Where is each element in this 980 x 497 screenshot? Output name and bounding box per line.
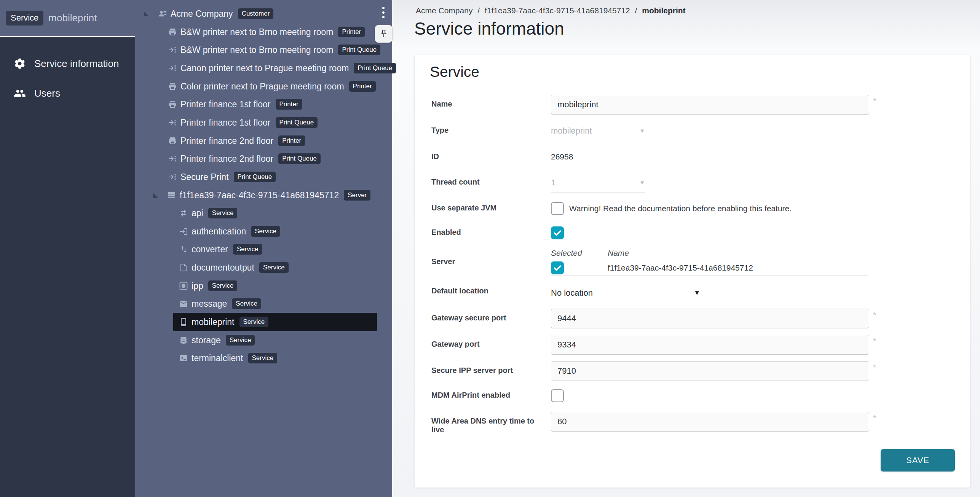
default-location-select[interactable]: No location ▼ (551, 283, 700, 303)
secure-ipp-server-port-label: Secure IPP server port (431, 366, 546, 375)
use-separate-jvm-label: Use separate JVM (431, 204, 546, 212)
breadcrumb-item[interactable]: f1f1ea39-7aac-4f3c-9715-41a681945712 (485, 6, 630, 15)
mdm-airprint-checkbox[interactable] (551, 389, 564, 402)
name-input[interactable] (551, 95, 869, 115)
thread-count-label: Thread count (431, 178, 546, 186)
type-label: Type (431, 126, 546, 135)
tree-node-type-badge: Print Queue (354, 63, 396, 73)
wide-area-dns-ttl-input[interactable] (551, 412, 869, 432)
tree-node[interactable]: Printer finance 2nd floorPrint Queue (168, 150, 321, 168)
main-content: Acme Company / f1f1ea39-7aac-4f3c-9715-4… (392, 0, 980, 497)
required-marker: * (873, 363, 876, 373)
server-row-divider (551, 275, 868, 276)
tree-node-type-badge: Printer (349, 81, 376, 92)
use-separate-jvm-checkbox[interactable] (551, 202, 564, 215)
tree-node-type-badge: Printer (278, 135, 305, 146)
printer-icon (168, 82, 177, 91)
tree-expander-icon[interactable] (153, 193, 158, 198)
gateway-port-label: Gateway port (431, 340, 546, 349)
tree-node-type-badge: Print Queue (278, 153, 321, 164)
id-value: 26958 (551, 152, 573, 161)
tree-expander-icon[interactable] (144, 11, 149, 16)
server-row-name: f1f1ea39-7aac-4f3c-9715-41a681945712 (608, 263, 753, 272)
enabled-label: Enabled (431, 228, 546, 237)
tree-node-label: storage (192, 335, 221, 346)
required-marker: * (873, 310, 876, 320)
more-menu-button[interactable] (381, 5, 386, 20)
tree-node-type-badge: Printer (338, 27, 365, 37)
ipp-printer-icon (179, 281, 188, 290)
server-icon (167, 191, 176, 200)
tree-node[interactable]: f1f1ea39-7aac-4f3c-9715-41a681945712Serv… (153, 186, 370, 204)
tree-node-type-badge: Service (232, 298, 261, 309)
server-col-name: Name (608, 248, 629, 258)
sidebar: Service mobileprint Service information … (0, 0, 135, 497)
tree-node[interactable]: storageService (173, 331, 260, 349)
tree-node-type-badge: Service (259, 262, 289, 273)
tree-node[interactable]: converterService (173, 240, 268, 258)
print-queue-icon (168, 154, 177, 163)
server-row-checkbox[interactable] (551, 261, 564, 274)
tree-node-label: Secure Print (180, 172, 229, 182)
tree-node-label: Printer finance 2nd floor (180, 136, 273, 146)
tree-node[interactable]: messageService (173, 295, 267, 313)
tree-node[interactable]: Color printer next to Prague meeting roo… (168, 77, 376, 96)
tree-node[interactable]: authenticationService (173, 222, 286, 241)
tree-node[interactable]: Canon printer next to Prague meeting roo… (168, 59, 396, 77)
tree-node[interactable]: apiService (173, 204, 243, 222)
tree-node-content: terminalclientService (173, 349, 283, 367)
tree-node-type-badge: Service (251, 226, 280, 237)
required-marker: * (873, 336, 876, 346)
tree-node[interactable]: B&W printer next to Brno meeting roomPri… (168, 41, 380, 59)
tree-node[interactable]: Printer finance 1st floorPrinter (168, 95, 302, 113)
tree-panel: Acme CompanyCustomerB&W printer next to … (135, 0, 392, 497)
jvm-warning-text: Warning! Read the documentation before e… (569, 204, 792, 213)
service-type-badge: Service (6, 11, 43, 25)
page-title: Service information (414, 18, 564, 39)
chevron-down-icon: ▼ (639, 127, 645, 134)
app-root: Acme CompanyCustomerB&W printer next to … (0, 0, 980, 497)
tree-node[interactable]: documentoutputService (173, 258, 294, 277)
tree-node-type-badge: Service (208, 208, 238, 218)
tree-node-label: message (192, 299, 227, 309)
tree-node-type-badge: Service (239, 317, 269, 327)
tree-node[interactable]: Printer finance 2nd floorPrinter (168, 132, 305, 150)
tree-node[interactable]: Secure PrintPrint Queue (168, 168, 276, 186)
type-select: mobileprint ▼ (551, 121, 645, 141)
gateway-port-input[interactable] (551, 335, 869, 355)
tree-node-label: authentication (192, 226, 246, 237)
mdm-airprint-label: MDM AirPrint enabled (431, 391, 546, 400)
pin-icon (379, 29, 388, 39)
save-button[interactable]: SAVE (881, 449, 955, 472)
breadcrumb-item[interactable]: Acme Company (416, 6, 472, 15)
service-name-title: mobileprint (48, 12, 97, 24)
sidebar-item-users[interactable]: Users (0, 81, 135, 105)
breadcrumb-separator: / (477, 6, 480, 15)
enabled-checkbox[interactable] (551, 226, 564, 239)
pin-panel-button[interactable] (375, 25, 392, 43)
tree-node[interactable]: Printer finance 1st floorPrint Queue (168, 113, 318, 132)
printer-icon (168, 27, 177, 37)
server-col-selected: Selected (551, 248, 582, 258)
tree-node-content: ippService (173, 277, 243, 295)
server-label: Server (431, 257, 546, 266)
document-icon (179, 263, 188, 272)
tree-node-label: api (192, 208, 203, 218)
terminal-icon (179, 354, 188, 363)
tree-node[interactable]: B&W printer next to Brno meeting roomPri… (168, 23, 365, 41)
tree-node-label: ipp (192, 281, 203, 291)
tree-node-content: converterService (173, 240, 268, 258)
wide-area-dns-ttl-label: Wide Area DNS entry time to live (431, 417, 546, 434)
gateway-secure-port-input[interactable] (551, 309, 869, 328)
tree-node-type-badge: Service (248, 353, 278, 363)
breadcrumb: Acme Company / f1f1ea39-7aac-4f3c-9715-4… (416, 6, 686, 15)
secure-ipp-server-port-input[interactable] (551, 361, 869, 381)
sidebar-item-service-information[interactable]: Service information (0, 51, 135, 76)
tree-node[interactable]: ippService (173, 277, 243, 295)
required-marker: * (873, 413, 876, 423)
tree-node[interactable]: mobileprintService (173, 313, 377, 331)
tree-node-content: documentoutputService (173, 258, 294, 277)
tree-node[interactable]: terminalclientService (173, 349, 283, 367)
tree-node[interactable]: Acme CompanyCustomer (144, 5, 273, 23)
gear-icon (14, 57, 26, 70)
